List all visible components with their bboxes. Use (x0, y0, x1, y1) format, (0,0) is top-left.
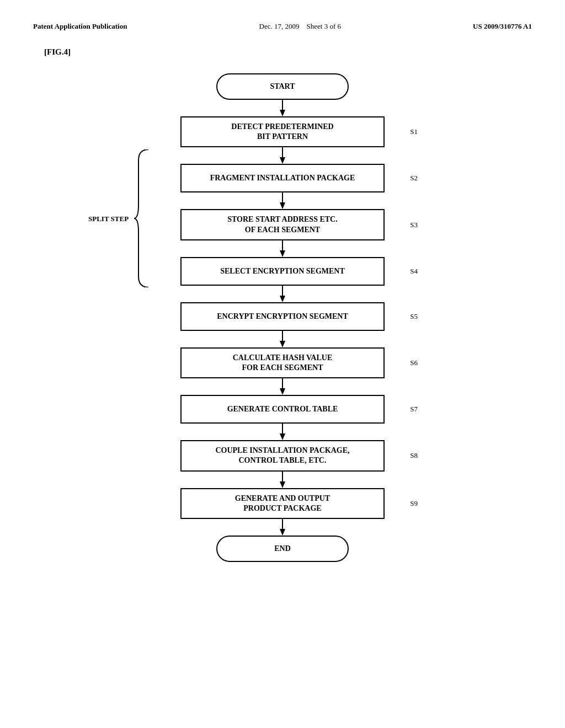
flow-row-s7: GENERATE CONTROL TABLE S7 (180, 395, 385, 424)
end-node: END (216, 536, 349, 562)
s3-node: STORE START ADDRESS ETC. OF EACH SEGMENT (180, 209, 385, 240)
arrow-0 (277, 100, 288, 116)
arrow-6 (277, 378, 288, 395)
step-label-s6: S6 (410, 358, 418, 367)
split-step-label: SPLIT STEP (88, 213, 129, 223)
step-label-s5: S5 (410, 312, 418, 321)
s1-node: DETECT PREDETERMINED BIT PATTERN (180, 116, 385, 147)
step-label-s4: S4 (410, 267, 418, 276)
flow-row-s4: SELECT ENCRYPTION SEGMENT S4 (180, 257, 385, 286)
arrow-9 (277, 519, 288, 536)
header-right: US 2009/310776 A1 (473, 22, 532, 31)
flow-row-s2: FRAGMENT INSTALLATION PACKAGE S2 (180, 164, 385, 192)
fig-label: [FIG.4] (44, 47, 532, 57)
flow-row-s9: GENERATE AND OUTPUT PRODUCT PACKAGE S9 (180, 488, 385, 519)
arrow-8 (277, 472, 288, 488)
s7-node: GENERATE CONTROL TABLE (180, 395, 385, 424)
step-label-s9: S9 (410, 499, 418, 508)
start-node: START (216, 73, 349, 100)
s9-node: GENERATE AND OUTPUT PRODUCT PACKAGE (180, 488, 385, 519)
arrow-1 (277, 147, 288, 164)
header-center: Dec. 17, 2009 Sheet 3 of 6 (259, 22, 341, 31)
split-step-brace-icon (133, 149, 150, 287)
flow-row-s6: CALCULATE HASH VALUE FOR EACH SEGMENT S6 (180, 347, 385, 378)
flow-row-end: END (180, 536, 385, 562)
page-header: Patent Application Publication Dec. 17, … (33, 22, 532, 31)
svg-marker-15 (280, 433, 285, 440)
arrow-3 (277, 240, 288, 257)
svg-marker-1 (280, 110, 285, 116)
svg-marker-13 (280, 388, 285, 395)
step-label-s7: S7 (410, 405, 418, 414)
step-label-s2: S2 (410, 174, 418, 183)
step-label-s3: S3 (410, 221, 418, 229)
svg-marker-9 (280, 296, 285, 302)
arrow-4 (277, 286, 288, 302)
flowchart: START DETECT PREDETERMINED BIT PATTERN S… (180, 73, 385, 562)
arrow-2 (277, 192, 288, 209)
svg-marker-19 (280, 529, 285, 536)
svg-marker-7 (280, 250, 285, 257)
split-step-annotation: SPLIT STEP (88, 149, 150, 287)
s6-node: CALCULATE HASH VALUE FOR EACH SEGMENT (180, 347, 385, 378)
svg-marker-11 (280, 341, 285, 347)
flow-row-s3: STORE START ADDRESS ETC. OF EACH SEGMENT… (180, 209, 385, 240)
page: Patent Application Publication Dec. 17, … (0, 0, 565, 728)
step-label-s8: S8 (410, 451, 418, 460)
step-label-s1: S1 (410, 127, 418, 136)
s4-node: SELECT ENCRYPTION SEGMENT (180, 257, 385, 286)
svg-marker-3 (280, 157, 285, 164)
svg-marker-17 (280, 481, 285, 488)
arrow-5 (277, 331, 288, 347)
s8-node: COUPLE INSTALLATION PACKAGE, CONTROL TAB… (180, 440, 385, 471)
header-left: Patent Application Publication (33, 22, 127, 31)
flow-row-start: START (180, 73, 385, 100)
flow-row-s1: DETECT PREDETERMINED BIT PATTERN S1 (180, 116, 385, 147)
arrow-7 (277, 424, 288, 440)
flow-row-s5: ENCRYPT ENCRYPTION SEGMENT S5 (180, 302, 385, 331)
flow-row-s8: COUPLE INSTALLATION PACKAGE, CONTROL TAB… (180, 440, 385, 471)
s2-node: FRAGMENT INSTALLATION PACKAGE (180, 164, 385, 192)
svg-marker-5 (280, 202, 285, 209)
s5-node: ENCRYPT ENCRYPTION SEGMENT (180, 302, 385, 331)
